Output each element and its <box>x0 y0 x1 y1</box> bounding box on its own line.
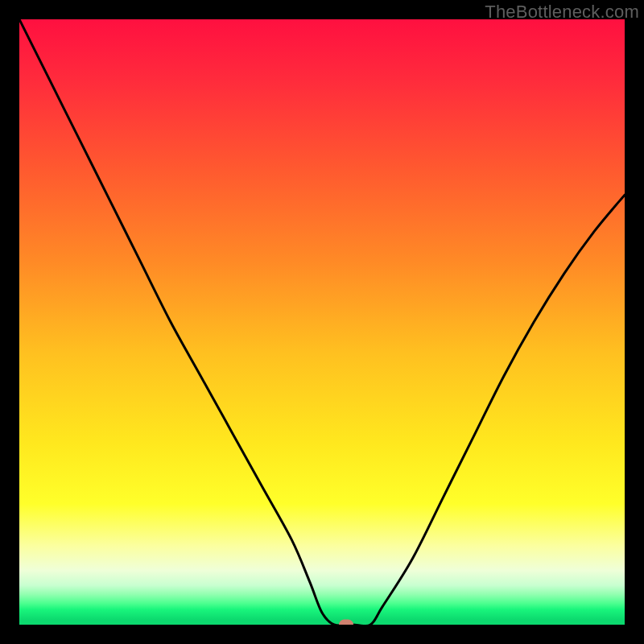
optimal-point-marker <box>339 620 353 625</box>
watermark-text: TheBottleneck.com <box>485 2 639 23</box>
chart-frame: TheBottleneck.com <box>0 0 644 644</box>
bottleneck-curve <box>19 19 625 625</box>
curve-layer <box>19 19 625 625</box>
plot-area <box>19 19 625 625</box>
